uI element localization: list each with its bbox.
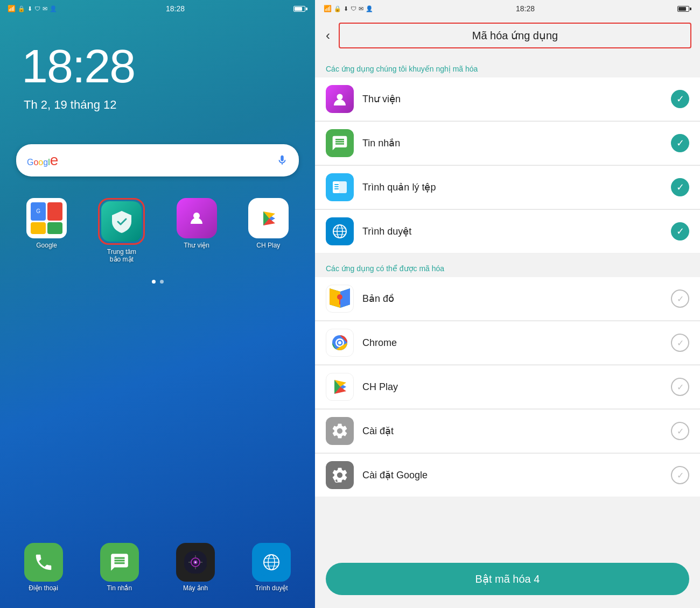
phone-dock-icon	[24, 543, 63, 582]
svg-rect-20	[334, 186, 339, 187]
shield-icon-right: 🛡	[351, 5, 356, 12]
chrome-icon	[326, 329, 354, 357]
check-thu-vien[interactable]: ✓	[671, 90, 689, 108]
dock-label-camera: Máy ảnh	[183, 584, 208, 592]
app-name-chrome: Chrome	[362, 337, 671, 349]
battery-icon-right	[677, 6, 691, 12]
big-time-display: 18:28	[0, 17, 315, 94]
page-header: ‹ Mã hóa ứng dụng	[315, 17, 700, 56]
thu-vien-icon	[326, 85, 354, 113]
dock-item-messages[interactable]: Tin nhắn	[100, 543, 139, 592]
app-name-trinh-quan-ly-tep: Trình quản lý tệp	[362, 181, 671, 193]
dock-item-browser[interactable]: Trình duyệt	[252, 543, 291, 592]
app-name-thu-vien: Thư viện	[362, 93, 671, 105]
page-title: Mã hóa ứng dụng	[472, 30, 558, 41]
ch-play-icon	[326, 373, 354, 401]
dock-item-phone[interactable]: Điện thoại	[24, 543, 63, 592]
app-name-cai-dat-google: Cài đặt Google	[362, 469, 671, 481]
messages-dock-icon	[100, 543, 139, 582]
check-tin-nhan[interactable]: ✓	[671, 134, 689, 152]
battery-icon-left	[293, 6, 307, 12]
list-item-trinh-quan-ly-tep[interactable]: Trình quản lý tệp ✓	[315, 166, 700, 209]
page-indicators	[0, 280, 315, 284]
tin-nhan-icon	[326, 129, 354, 157]
list-item-ban-do[interactable]: Bản đồ ✓	[315, 277, 700, 321]
library-app-icon	[177, 198, 217, 238]
ban-do-icon	[326, 285, 354, 313]
date-display: Th 2, 19 tháng 12	[0, 94, 315, 112]
app-label-security: Trung tâm bảo mật	[101, 248, 142, 264]
signal-icon-right: 📶	[324, 5, 332, 12]
status-bar-right: 📶 🔒 ⬇ 🛡 ✉ 👤 18:28	[315, 0, 700, 17]
google-app-icon: G	[26, 198, 67, 238]
app-name-ban-do: Bản đồ	[362, 293, 671, 305]
bottom-button-area: Bật mã hóa 4	[315, 554, 700, 608]
list-item-cai-dat-google[interactable]: G Cài đặt Google ✓	[315, 454, 700, 497]
google-search-bar[interactable]: Google	[16, 144, 299, 176]
status-icons-left: 📶 🔒 ⬇ 🛡 ✉ 👤	[8, 5, 57, 12]
mic-icon[interactable]	[276, 154, 288, 166]
app-label-library: Thư viện	[184, 242, 209, 249]
svg-text:G: G	[334, 477, 339, 484]
browser-dock-icon	[252, 543, 291, 582]
section-optional-header: Các ứng dụng có thể được mã hóa	[315, 253, 700, 277]
download-icon-right: ⬇	[344, 5, 348, 12]
check-ban-do[interactable]: ✓	[671, 289, 689, 308]
page-title-box: Mã hóa ứng dụng	[339, 23, 691, 48]
check-chrome[interactable]: ✓	[671, 334, 689, 352]
check-ch-play[interactable]: ✓	[671, 378, 689, 396]
mail-icon: ✉	[43, 5, 47, 12]
status-bar-left: 📶 🔒 ⬇ 🛡 ✉ 👤 18:28	[0, 0, 315, 17]
svg-point-30	[337, 294, 342, 300]
right-panel: 📶 🔒 ⬇ 🛡 ✉ 👤 18:28 ‹ Mã hóa ứng dụng Các …	[315, 0, 700, 608]
status-icons-right: 📶 🔒 ⬇ 🛡 ✉ 👤	[324, 5, 373, 12]
download-icon: ⬇	[27, 5, 32, 12]
dock-label-phone: Điện thoại	[29, 584, 58, 592]
camera-dock-icon	[176, 543, 215, 582]
content-area: Các ứng dụng chúng tôi khuyến nghị mã hó…	[315, 56, 700, 554]
list-item-chrome[interactable]: Chrome ✓	[315, 321, 700, 365]
security-app-icon	[101, 201, 142, 242]
dock-label-messages: Tin nhắn	[107, 584, 132, 592]
svg-point-35	[338, 341, 341, 344]
app-item-library[interactable]: Thư viện	[177, 198, 217, 264]
trinh-ql-tep-icon	[326, 173, 354, 201]
encrypt-button[interactable]: Bật mã hóa 4	[326, 563, 689, 595]
user-icon-right: 👤	[366, 5, 373, 12]
shield-status-icon: 🛡	[34, 5, 40, 12]
status-time-right: 18:28	[516, 4, 535, 13]
app-item-security[interactable]: Trung tâm bảo mật	[98, 198, 145, 264]
mail-icon-right: ✉	[359, 5, 363, 12]
trinh-duyet-icon	[326, 217, 354, 245]
list-item-tin-nhan[interactable]: Tin nhắn ✓	[315, 122, 700, 165]
dot-1	[152, 280, 156, 284]
list-item-ch-play[interactable]: CH Play ✓	[315, 365, 700, 409]
app-name-ch-play: CH Play	[362, 381, 671, 393]
lock-icon-right: 🔒	[334, 5, 341, 12]
app-name-cai-dat: Cài đặt	[362, 425, 671, 437]
dock-label-browser: Trình duyệt	[255, 584, 288, 592]
dot-2	[160, 280, 164, 284]
check-cai-dat[interactable]: ✓	[671, 422, 689, 440]
svg-rect-19	[334, 184, 339, 185]
check-trinh-quan-ly-tep[interactable]: ✓	[671, 178, 689, 196]
cai-dat-icon	[326, 417, 354, 445]
left-panel: 📶 🔒 ⬇ 🛡 ✉ 👤 18:28 18:28 Th 2, 19 tháng 1…	[0, 0, 315, 608]
list-item-thu-vien[interactable]: Thư viện ✓	[315, 77, 700, 121]
app-grid: G Google Trung tâm bảo mật	[0, 176, 315, 274]
list-item-cai-dat[interactable]: Cài đặt ✓	[315, 409, 700, 453]
svg-point-16	[337, 94, 343, 100]
app-item-google[interactable]: G Google	[26, 198, 67, 264]
list-item-trinh-duyet[interactable]: Trình duyệt ✓	[315, 210, 700, 253]
check-cai-dat-google[interactable]: ✓	[671, 466, 689, 484]
check-trinh-duyet[interactable]: ✓	[671, 222, 689, 241]
app-item-chplay[interactable]: CH Play	[248, 198, 289, 264]
back-button[interactable]: ‹	[324, 26, 332, 45]
dock-item-camera[interactable]: Máy ảnh	[176, 543, 215, 592]
svg-rect-21	[334, 188, 339, 189]
section-recommended-header: Các ứng dụng chúng tôi khuyến nghị mã hó…	[315, 56, 700, 77]
signal-icon: 📶	[8, 5, 16, 12]
google-logo: Google	[27, 152, 58, 169]
cai-dat-google-icon: G	[326, 461, 354, 489]
bottom-dock: Điện thoại Tin nhắn	[0, 532, 315, 608]
